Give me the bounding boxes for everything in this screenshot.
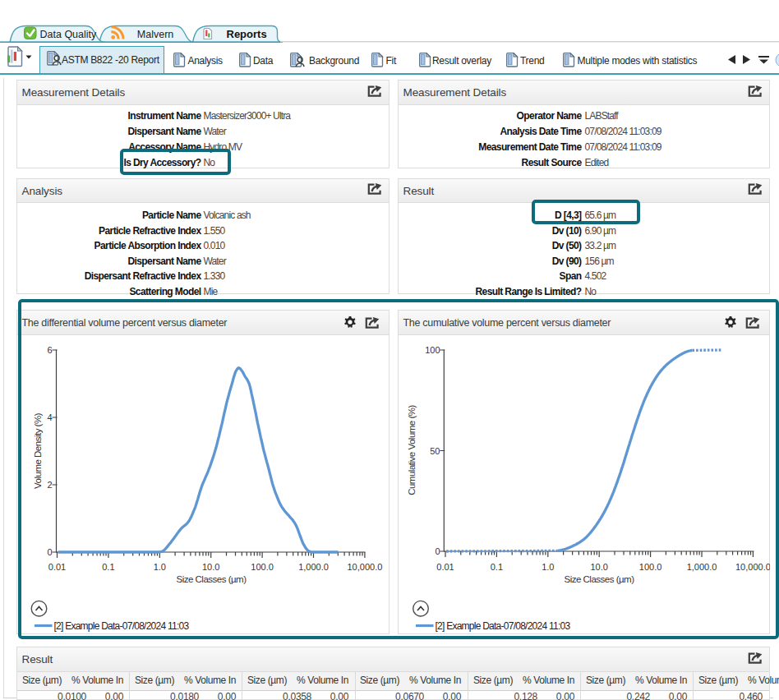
svg-text:Reports: Reports <box>227 28 267 40</box>
svg-text:Malvern: Malvern <box>137 29 174 40</box>
svg-text:Data Quality: Data Quality <box>40 29 98 40</box>
